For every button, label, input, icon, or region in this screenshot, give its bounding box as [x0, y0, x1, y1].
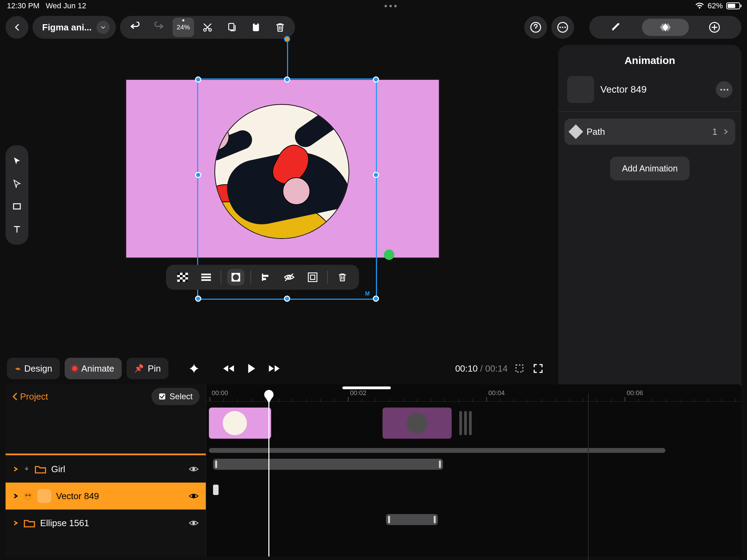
left-tools [6, 145, 28, 245]
playhead[interactable] [268, 391, 269, 557]
list-button[interactable] [194, 268, 218, 287]
paste-button[interactable] [245, 18, 267, 37]
rewind-button[interactable] [220, 360, 238, 377]
checkerboard-button[interactable] [171, 268, 194, 287]
scene-1[interactable] [209, 408, 271, 439]
mode-design[interactable]: ⌁Design [7, 358, 60, 379]
mode-bar: ⌁Design Animate 📌Pin 00:10 / 00:14 [6, 356, 741, 381]
more-button[interactable] [551, 16, 574, 39]
copy-button[interactable] [221, 18, 242, 37]
handle-bl[interactable] [195, 296, 201, 302]
timeline-ruler[interactable]: 00:00 00:02 00:04 00:06 [206, 384, 741, 402]
trash-button[interactable] [269, 18, 291, 37]
svg-point-9 [564, 27, 566, 28]
play-button[interactable] [242, 360, 260, 377]
track-scrollbar[interactable] [209, 448, 665, 453]
svg-rect-22 [201, 277, 211, 278]
canvas-artboard [125, 79, 440, 259]
bottom-area: ⌁Design Animate 📌Pin 00:10 / 00:14 [6, 356, 741, 557]
top-toolbar: Figma ani... 24% [0, 12, 747, 43]
track-ellipse[interactable] [386, 514, 438, 525]
panel-tab-add[interactable] [691, 19, 738, 36]
cut-button[interactable] [197, 18, 218, 37]
svg-rect-23 [201, 279, 211, 281]
layer-thumb [37, 489, 51, 503]
forward-button[interactable] [265, 360, 283, 377]
delete-button[interactable] [331, 268, 354, 287]
scene-2[interactable] [382, 408, 452, 439]
object-more-button[interactable] [716, 81, 732, 98]
timeline-left: Project Select Girl [6, 384, 206, 557]
undo-button[interactable] [124, 18, 146, 37]
chevron-right-icon [723, 129, 729, 135]
chevron-down-icon [96, 21, 110, 34]
diamond-icon [569, 124, 583, 139]
panel-tabs [589, 16, 741, 39]
handle-br[interactable] [373, 296, 379, 302]
svg-point-39 [192, 495, 195, 498]
panel-tab-animation[interactable] [642, 19, 689, 36]
track-girl[interactable] [213, 459, 443, 470]
add-animation-button[interactable]: Add Animation [610, 157, 689, 180]
selected-object-row[interactable]: Vector 849 [564, 75, 735, 104]
mode-pin[interactable]: 📌Pin [127, 358, 168, 379]
multitask-dots[interactable] [86, 5, 695, 7]
select-button[interactable]: Select [151, 388, 200, 405]
zoom-button[interactable]: 24% [173, 18, 194, 37]
keyframe-button[interactable] [185, 360, 203, 377]
eye-icon[interactable] [188, 465, 199, 473]
svg-point-38 [29, 495, 30, 496]
text-tool[interactable] [8, 218, 26, 240]
object-name: Vector 849 [600, 84, 710, 95]
svg-rect-20 [185, 280, 188, 282]
status-bar: 12:30 PM Wed Jun 12 62% [0, 0, 747, 12]
layer-vector-849[interactable]: Vector 849 [6, 483, 206, 510]
svg-point-37 [26, 495, 27, 496]
eye-icon[interactable] [188, 519, 199, 527]
svg-rect-11 [13, 204, 20, 209]
handle-bm[interactable] [284, 296, 290, 302]
svg-rect-17 [177, 277, 180, 280]
svg-rect-21 [201, 274, 211, 276]
wifi-icon [695, 2, 704, 9]
group-button[interactable] [301, 268, 324, 287]
canvas[interactable]: M [121, 69, 443, 263]
illustration-circle [214, 104, 349, 239]
mode-animate[interactable]: Animate [65, 358, 122, 379]
rectangle-tool[interactable] [8, 196, 26, 217]
svg-point-8 [562, 27, 563, 28]
direct-select-tool[interactable] [8, 173, 26, 194]
svg-line-30 [285, 274, 293, 281]
chevron-left-icon [12, 393, 18, 400]
svg-rect-28 [262, 278, 266, 280]
property-path[interactable]: Path 1 [564, 119, 735, 145]
mini-scrubber[interactable] [342, 386, 391, 389]
redo-button[interactable] [148, 18, 170, 37]
help-button[interactable] [524, 16, 547, 39]
svg-rect-13 [177, 273, 180, 275]
align-button[interactable] [254, 268, 277, 287]
panel-tab-style[interactable] [593, 19, 640, 36]
select-tool[interactable] [8, 150, 26, 171]
visibility-button[interactable] [277, 268, 301, 287]
anchor-handle[interactable] [384, 250, 394, 260]
eye-icon[interactable] [188, 492, 199, 500]
svg-rect-34 [516, 365, 523, 372]
mask-button[interactable] [224, 268, 248, 287]
timeline-tracks[interactable]: 00:00 00:02 00:04 00:06 [206, 384, 741, 557]
back-button[interactable] [6, 16, 28, 39]
scene-strip[interactable] [206, 406, 741, 440]
svg-rect-33 [191, 365, 197, 372]
battery-icon [726, 2, 740, 9]
svg-rect-31 [308, 273, 317, 282]
svg-point-40 [192, 522, 195, 525]
layer-list: Girl Vector 849 Ellipse 1561 [6, 454, 206, 536]
time-display: 00:10 / 00:14 [455, 363, 508, 374]
fullscreen-button[interactable] [531, 362, 545, 375]
keyframe[interactable] [213, 485, 219, 495]
nav-back[interactable]: Project [20, 391, 48, 402]
crop-button[interactable] [513, 362, 526, 375]
layer-girl[interactable]: Girl [6, 456, 206, 483]
layer-ellipse-1561[interactable]: Ellipse 1561 [6, 510, 206, 536]
project-menu[interactable]: Figma ani... [33, 16, 116, 39]
